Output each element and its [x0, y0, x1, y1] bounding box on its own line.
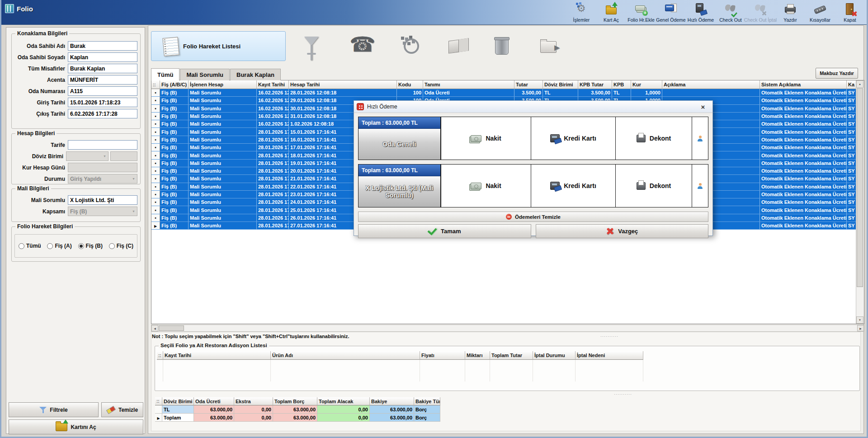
row-marker	[151, 151, 160, 159]
cell-kayit-tarihi: 28.01.2026 17:16:41	[257, 206, 289, 213]
mali-sorumlu-input[interactable]: X Lojistik Ltd. Şti	[68, 195, 137, 205]
app-icon	[5, 4, 14, 13]
column-header[interactable]: Ka	[847, 80, 856, 89]
method-label: Nakit	[486, 182, 501, 189]
scroll-up-icon[interactable]: ▲	[856, 80, 863, 88]
toolbar-button-genel-odeme[interactable]: Genel Ödeme	[656, 1, 686, 24]
person-payment-button[interactable]	[692, 165, 708, 207]
fis-filter-radio[interactable]: Fiş (A)	[47, 243, 71, 249]
payment-target-button[interactable]: X Lojistik Ltd. Şti (Mali Sorumlu)	[359, 176, 440, 207]
globe-icon[interactable]	[396, 33, 424, 60]
column-header[interactable]: Oda Ücreti	[194, 397, 234, 405]
clear-payments-button[interactable]: Ödemeleri Temizle	[358, 212, 708, 222]
toolbar-button-kisayollar[interactable]: Kısayollar	[805, 1, 835, 24]
column-header[interactable]: KPB Tutar	[578, 80, 612, 89]
scrollbar-thumb[interactable]	[159, 325, 184, 331]
fis-filter-radio[interactable]: Fiş (B)	[78, 243, 103, 249]
table-row[interactable]: Fiş (B) Mali Sorumlu 16.02.2026 12:08:18…	[151, 89, 856, 97]
cocktail-icon[interactable]	[298, 33, 325, 60]
column-header[interactable]: Hesap Tarihi	[289, 80, 397, 89]
kartini-ac-button[interactable]: Kartını Aç	[9, 419, 143, 434]
toolbar-button-yazdir[interactable]: Yazdır	[775, 1, 805, 24]
column-header[interactable]: Toplam Tutar	[490, 351, 533, 360]
column-header[interactable]: Fiş (A/B/C)	[160, 80, 189, 89]
tum-misafirler-input[interactable]: Burak Kaplan	[68, 64, 137, 73]
nakit-button[interactable]: Nakit	[441, 117, 531, 160]
giris-tarihi-input[interactable]: 15.01.2026 17:18:23	[68, 98, 137, 107]
dekont-button[interactable]: Dekont	[616, 117, 692, 160]
vertical-scrollbar[interactable]: ▲ ▼	[856, 80, 864, 324]
folio-tab[interactable]: Tümü	[151, 68, 179, 80]
kredi-karti-button[interactable]: Kredi Kartı	[531, 117, 616, 160]
cikis-tarihi-input[interactable]: 6.02.2026 17:17:28	[68, 109, 137, 118]
oda-sahibi-soyadi-input[interactable]: Kaplan	[68, 52, 137, 62]
acenta-input[interactable]: MÜNFERİT	[68, 75, 137, 85]
toolbar-button-folio-hr-ekle[interactable]: Folio Hr.Ekle	[626, 1, 656, 24]
scrollbar-thumb[interactable]	[857, 88, 863, 287]
column-header[interactable]: Ürün Adı	[271, 351, 420, 360]
filtrele-button[interactable]: Filtrele	[9, 402, 99, 417]
column-header[interactable]: Bakiye	[370, 397, 414, 405]
column-header[interactable]: Açıklama	[662, 80, 760, 89]
column-header[interactable]: KPB	[612, 80, 631, 89]
toolbar-button-kapat[interactable]: Kapat	[835, 1, 865, 24]
column-header[interactable]: Döviz Birimi	[543, 80, 578, 89]
summary-row[interactable]: Toplam 63.000,00 0,00 63.000,00 0,00 63.…	[155, 414, 440, 422]
person-payment-button[interactable]	[692, 117, 708, 160]
scroll-right-icon[interactable]: ▶	[857, 325, 864, 331]
column-header[interactable]: İşlenen Hesap	[189, 80, 257, 89]
column-header[interactable]: Kayıt Tarihi	[163, 351, 271, 360]
folder-export-icon[interactable]	[537, 33, 564, 60]
column-header[interactable]: Toplam Alacak	[317, 397, 370, 405]
cancel-button[interactable]: Vazgeç	[536, 224, 709, 238]
toolbar-button-check-out[interactable]: Check Out	[716, 1, 745, 24]
column-header[interactable]: Tanımı	[423, 80, 514, 89]
column-header[interactable]: İptal Nedeni	[576, 351, 643, 360]
folio-tab[interactable]: Mali Sorumlu	[180, 69, 230, 80]
row-marker	[151, 97, 160, 104]
fis-filter-radio[interactable]: Fiş (C)	[109, 243, 133, 249]
column-header[interactable]: Ekstra	[234, 397, 273, 405]
column-header[interactable]: Bakiye Türü	[414, 397, 440, 405]
kredi-karti-button[interactable]: Kredi Kartı	[531, 165, 616, 207]
column-header[interactable]: Toplam Borç	[273, 397, 317, 405]
fis-filter-radio[interactable]: Tümü	[19, 243, 41, 249]
trash-icon[interactable]	[488, 33, 515, 60]
oda-sahibi-adi-input[interactable]: Burak	[68, 41, 137, 51]
radio-circle-icon	[19, 243, 24, 249]
toolbar-button-islemler[interactable]: ⚙ İşlemler	[566, 1, 596, 24]
summary-row[interactable]: TL 63.000,00 0,00 63.000,00 0,00 63.000,…	[155, 405, 440, 414]
checkout-cancel-icon	[753, 2, 768, 16]
folio-list-header-button[interactable]: Folio Hareket Listesi	[151, 31, 286, 61]
ok-button[interactable]: Tamam	[358, 224, 531, 238]
column-header[interactable]: Döviz Birimi	[162, 397, 194, 405]
scroll-left-icon[interactable]: ◀	[151, 325, 158, 331]
dekont-button[interactable]: Dekont	[616, 165, 692, 207]
cell-sistem-aciklama: Otomatik Eklenen Konaklama Ücreti	[760, 175, 847, 182]
column-header[interactable]: Kodu	[397, 80, 423, 89]
temizle-button[interactable]: Temizle	[101, 402, 143, 417]
oda-numarasi-input[interactable]: A115	[68, 86, 137, 96]
dialog-close-icon[interactable]	[696, 103, 710, 111]
toolbar-button-kart-ac[interactable]: Kart Aç	[596, 1, 626, 24]
horizontal-scrollbar[interactable]: ◀ ▶	[151, 325, 864, 332]
ledger-icon[interactable]	[445, 33, 472, 60]
column-header[interactable]: Sistem Açıklama	[760, 80, 847, 89]
nakit-button[interactable]: Nakit	[441, 165, 531, 207]
toolbar-button-hizli-odeme[interactable]: Hızlı Ödeme	[686, 1, 716, 24]
column-header[interactable]: Fiyatı	[420, 351, 465, 360]
cell-sistem-aciklama: Otomatik Eklenen Konaklama Ücreti	[760, 89, 847, 96]
payment-target-button[interactable]: Oda Geneli	[359, 129, 440, 160]
scroll-down-icon[interactable]: ▼	[856, 316, 863, 324]
makbuz-yazdir-button[interactable]: Makbuz Yazdır	[816, 68, 858, 79]
phone-icon[interactable]: ☎	[348, 33, 375, 60]
splitter-handle[interactable]	[600, 334, 618, 339]
column-header[interactable]: Kayıt Tarihi	[257, 80, 289, 89]
column-header[interactable]: Miktarı	[465, 351, 490, 360]
column-header[interactable]: İptal Durumu	[533, 351, 576, 360]
column-header[interactable]: Tutar	[514, 80, 543, 89]
splitter-handle[interactable]	[614, 392, 632, 396]
column-header[interactable]: Kur	[631, 80, 662, 89]
folio-tab[interactable]: Burak Kaplan	[230, 69, 281, 80]
tarife-input[interactable]	[68, 140, 137, 150]
